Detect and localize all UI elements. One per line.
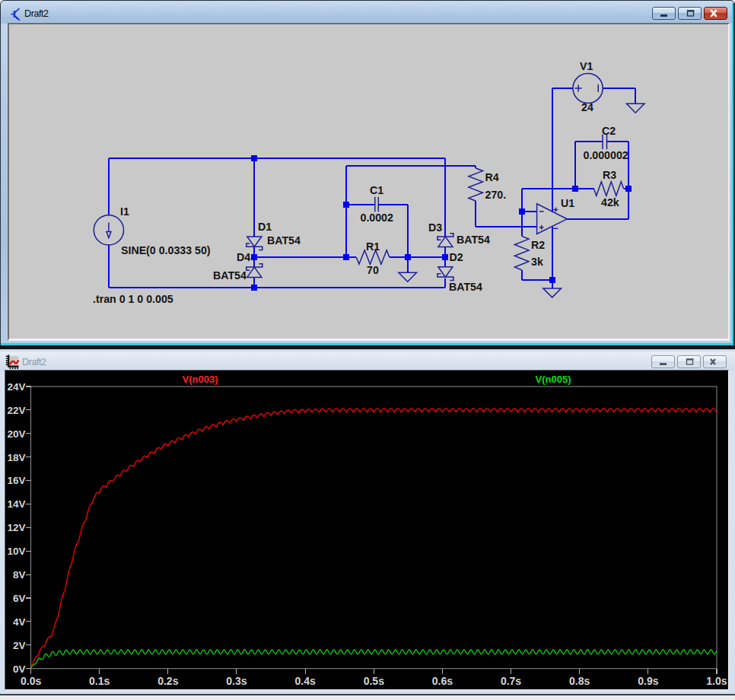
svg-text:C2: C2	[602, 125, 616, 137]
svg-text:D4: D4	[237, 251, 250, 263]
svg-text:I1: I1	[120, 205, 129, 218]
svg-text:BAT54: BAT54	[267, 234, 301, 247]
svg-text:R4: R4	[485, 171, 499, 183]
svg-text:R1: R1	[366, 240, 380, 253]
svg-text:24V: 24V	[7, 381, 25, 393]
svg-text:0.1s: 0.1s	[89, 675, 110, 687]
svg-text:BAT54: BAT54	[457, 234, 490, 246]
svg-text:R3: R3	[603, 169, 616, 181]
svg-text:2V: 2V	[12, 640, 25, 651]
svg-text:0.6s: 0.6s	[431, 675, 452, 687]
svg-text:0.000002: 0.000002	[584, 149, 628, 161]
svg-text:0.8s: 0.8s	[569, 675, 590, 687]
svg-text:18V: 18V	[7, 452, 25, 463]
svg-text:6V: 6V	[12, 593, 25, 604]
svg-text:V1: V1	[580, 60, 593, 72]
svg-text:1.0s: 1.0s	[706, 675, 727, 687]
svg-text:8V: 8V	[12, 569, 25, 581]
svg-text:U1: U1	[561, 197, 574, 209]
svg-text:BAT54: BAT54	[213, 269, 247, 282]
svg-text:0.0s: 0.0s	[21, 675, 41, 687]
svg-text:.tran 0 1 0 0.005: .tran 0 1 0 0.005	[93, 293, 173, 305]
svg-text:0.9s: 0.9s	[638, 675, 658, 687]
svg-text:V(n005): V(n005)	[535, 374, 571, 385]
svg-text:0.2s: 0.2s	[158, 675, 178, 687]
svg-text:D1: D1	[258, 221, 272, 233]
svg-text:SINE(0 0.0333 50): SINE(0 0.0333 50)	[121, 244, 211, 256]
svg-text:3k: 3k	[531, 256, 543, 268]
svg-text:4V: 4V	[12, 616, 25, 628]
svg-text:24: 24	[581, 101, 593, 113]
svg-text:R2: R2	[531, 239, 545, 251]
svg-text:0.0002: 0.0002	[361, 212, 394, 224]
svg-text:V(n003): V(n003)	[182, 374, 218, 385]
svg-text:16V: 16V	[7, 475, 25, 486]
svg-text:22V: 22V	[7, 405, 25, 416]
svg-text:0.5s: 0.5s	[363, 675, 383, 687]
svg-text:10V: 10V	[7, 546, 25, 557]
svg-text:20V: 20V	[7, 428, 25, 440]
svg-text:42k: 42k	[601, 196, 619, 208]
svg-text:D3: D3	[428, 221, 442, 234]
svg-text:270.: 270.	[485, 189, 507, 201]
svg-text:0.4s: 0.4s	[294, 675, 315, 687]
svg-text:C1: C1	[370, 184, 383, 196]
svg-text:0.7s: 0.7s	[500, 675, 520, 687]
svg-text:14V: 14V	[7, 498, 25, 510]
svg-text:12V: 12V	[7, 522, 25, 533]
svg-text:0V: 0V	[12, 663, 25, 675]
svg-text:D2: D2	[450, 251, 463, 263]
svg-text:70: 70	[367, 264, 379, 276]
svg-text:BAT54: BAT54	[449, 281, 482, 293]
svg-text:0.3s: 0.3s	[226, 675, 247, 687]
